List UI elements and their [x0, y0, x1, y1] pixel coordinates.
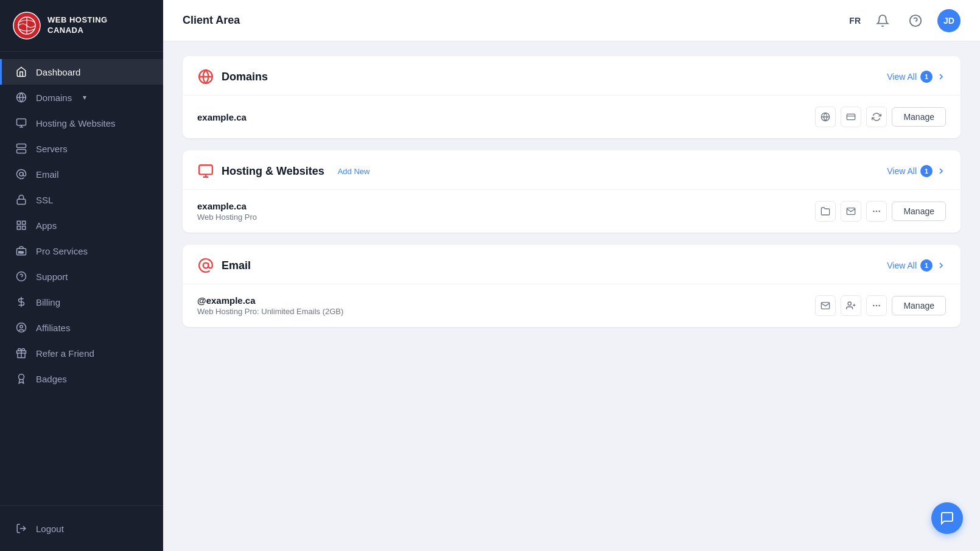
domain-refresh-button[interactable] — [866, 107, 887, 127]
svg-point-41 — [873, 211, 874, 211]
email-envelope-button[interactable] — [815, 295, 836, 316]
domains-view-all-button[interactable]: View All 1 — [887, 71, 946, 83]
hosting-info: example.ca Web Hosting Pro — [197, 201, 257, 222]
svg-rect-16 — [23, 221, 26, 224]
home-icon — [15, 66, 27, 78]
svg-point-42 — [877, 211, 877, 211]
lock-icon — [15, 194, 27, 206]
sidebar-item-label: Support — [36, 272, 68, 282]
sidebar-logo[interactable]: WEB HOSTING CANADA — [0, 0, 163, 52]
whc-logo-icon — [12, 11, 41, 40]
svg-rect-10 — [17, 150, 26, 153]
domain-manage-button[interactable]: Manage — [892, 107, 946, 127]
sidebar-item-hosting[interactable]: Hosting & Websites — [0, 110, 163, 136]
svg-rect-38 — [199, 165, 212, 174]
sidebar-item-servers[interactable]: Servers — [0, 136, 163, 161]
email-manage-button[interactable]: Manage — [892, 296, 946, 315]
user-avatar[interactable]: JD — [937, 9, 961, 32]
sidebar-item-label: Domains — [36, 93, 72, 103]
hosting-card-title: Hosting & Websites — [222, 165, 324, 178]
hosting-manage-button[interactable]: Manage — [892, 202, 946, 221]
server-icon — [15, 142, 27, 155]
domains-count-badge: 1 — [920, 71, 933, 83]
sidebar-item-label: Servers — [36, 144, 68, 154]
badge-icon — [15, 373, 27, 385]
at-icon — [15, 168, 27, 180]
help-button[interactable] — [905, 10, 926, 32]
svg-rect-9 — [17, 144, 26, 148]
hosting-subtitle: Web Hosting Pro — [197, 212, 257, 222]
domains-card-icon — [197, 68, 214, 85]
email-actions: Manage — [815, 295, 946, 316]
sidebar-item-dashboard[interactable]: Dashboard — [0, 59, 163, 85]
svg-rect-15 — [17, 221, 20, 224]
svg-point-45 — [848, 302, 851, 305]
email-account-subtitle: Web Hosting Pro: Unlimited Emails (2GB) — [197, 307, 343, 316]
email-card-icon — [197, 257, 214, 274]
chat-bubble-button[interactable] — [931, 502, 963, 534]
hosting-more-button[interactable] — [866, 201, 887, 222]
sidebar-item-affiliates[interactable]: Affiliates — [0, 315, 163, 340]
svg-point-50 — [879, 305, 880, 306]
hosting-name: example.ca — [197, 201, 257, 211]
logout-icon — [15, 522, 27, 535]
layout-icon — [15, 117, 27, 129]
svg-rect-17 — [23, 226, 26, 230]
svg-point-13 — [19, 172, 23, 176]
sidebar-item-support[interactable]: Support — [0, 264, 163, 289]
sidebar: WEB HOSTING CANADA Dashboard Domains ▾ H… — [0, 0, 163, 551]
notifications-button[interactable] — [872, 10, 894, 32]
chevron-down-icon: ▾ — [83, 93, 86, 102]
sidebar-item-domains[interactable]: Domains ▾ — [0, 85, 163, 110]
svg-rect-14 — [17, 199, 26, 204]
hosting-card-header: Hosting & Websites Add New View All 1 — [183, 150, 961, 190]
svg-text:PRO: PRO — [19, 251, 24, 254]
chevron-right-icon — [936, 261, 946, 270]
domain-name: example.ca — [197, 112, 247, 122]
sidebar-footer: Logout — [0, 505, 163, 551]
domains-card-title: Domains — [222, 71, 268, 83]
hosting-folder-button[interactable] — [815, 201, 836, 222]
sidebar-item-email[interactable]: Email — [0, 161, 163, 187]
domain-card-button[interactable] — [841, 107, 861, 127]
language-switcher[interactable]: FR — [849, 16, 861, 26]
chat-icon — [940, 511, 954, 525]
question-icon — [909, 14, 922, 27]
sidebar-item-ssl[interactable]: SSL — [0, 187, 163, 212]
sidebar-item-billing[interactable]: Billing — [0, 289, 163, 315]
chevron-right-icon — [936, 72, 946, 82]
sidebar-item-apps[interactable]: Apps — [0, 212, 163, 238]
globe-icon — [15, 91, 27, 104]
hosting-view-all-label: View All — [887, 166, 917, 176]
svg-point-49 — [877, 305, 877, 306]
main-area: Client Area FR JD Domains — [163, 0, 980, 551]
grid-icon — [15, 219, 27, 231]
sidebar-item-logout[interactable]: Logout — [0, 516, 163, 541]
logo-text-line1: WEB HOSTING — [47, 15, 108, 26]
sidebar-item-label: Email — [36, 169, 59, 180]
email-add-user-button[interactable] — [841, 295, 861, 316]
svg-point-28 — [19, 374, 24, 380]
sidebar-item-badges[interactable]: Badges — [0, 366, 163, 391]
svg-point-43 — [879, 211, 880, 211]
email-view-all-button[interactable]: View All 1 — [887, 259, 946, 272]
hosting-add-new-button[interactable]: Add New — [338, 167, 370, 176]
sidebar-item-label: Apps — [36, 220, 57, 231]
domains-title-group: Domains — [197, 68, 268, 85]
hosting-view-all-button[interactable]: View All 1 — [887, 165, 946, 177]
domain-row: example.ca Manage — [183, 96, 961, 138]
logout-label: Logout — [36, 524, 64, 534]
dollar-icon — [15, 296, 27, 308]
email-card: Email View All 1 @example.ca Web Hosting… — [183, 245, 961, 327]
email-more-button[interactable] — [866, 295, 887, 316]
svg-point-44 — [203, 263, 209, 268]
svg-point-48 — [873, 305, 874, 306]
sidebar-item-pro-services[interactable]: PRO Pro Services — [0, 238, 163, 264]
sidebar-item-label: SSL — [36, 195, 53, 205]
domains-card-header: Domains View All 1 — [183, 56, 961, 96]
header-actions: FR JD — [849, 9, 961, 32]
sidebar-item-refer[interactable]: Refer a Friend — [0, 340, 163, 366]
header: Client Area FR JD — [163, 0, 980, 41]
hosting-email-button[interactable] — [841, 201, 861, 222]
domain-globe-button[interactable] — [815, 107, 836, 127]
